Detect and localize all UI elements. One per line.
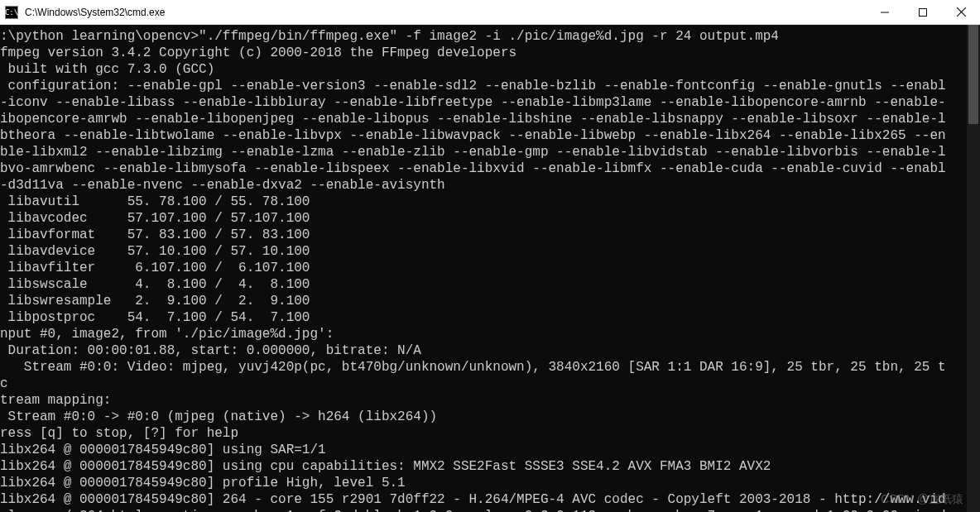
terminal-line: libavdevice 57. 10.100 / 57. 10.100 [0, 243, 967, 260]
terminal-line: libavformat 57. 83.100 / 57. 83.100 [0, 227, 967, 243]
vertical-scrollbar[interactable] [967, 25, 980, 512]
terminal-line: olan.org/x264.html - options: cabac=1 re… [0, 508, 967, 512]
minimize-button[interactable] [866, 0, 904, 24]
terminal-line: bvo-amrwbenc --enable-libmysofa --enable… [0, 160, 967, 177]
maximize-icon [919, 8, 927, 17]
terminal-line: libavcodec 57.107.100 / 57.107.100 [0, 210, 967, 227]
terminal-line: libx264 @ 0000017845949c80] profile High… [0, 475, 967, 491]
terminal-line: ble-libxml2 --enable-libzimg --enable-lz… [0, 144, 967, 160]
window-title: C:\Windows\System32\cmd.exe [23, 7, 866, 18]
terminal-line: libpostproc 54. 7.100 / 54. 7.100 [0, 309, 967, 326]
terminal-line: libx264 @ 0000017845949c80] using cpu ca… [0, 458, 967, 475]
terminal-line: ress [q] to stop, [?] for help [0, 425, 967, 442]
close-button[interactable] [942, 0, 980, 24]
terminal-line: libavutil 55. 78.100 / 55. 78.100 [0, 194, 967, 210]
terminal-line: :\python learning\opencv>"./ffmpeg/bin/f… [0, 28, 967, 45]
terminal-line: nput #0, image2, from './pic/image%d.jpg… [0, 326, 967, 342]
scrollbar-thumb[interactable] [968, 25, 978, 124]
terminal-line: -d3d11va --enable-nvenc --enable-dxva2 -… [0, 177, 967, 194]
svg-rect-1 [920, 8, 927, 16]
close-icon [957, 7, 966, 17]
window-controls [866, 0, 980, 24]
terminal-line: btheora --enable-libtwolame --enable-lib… [0, 127, 967, 144]
terminal-line: libswresample 2. 9.100 / 2. 9.100 [0, 293, 967, 309]
terminal-line: built with gcc 7.3.0 (GCC) [0, 61, 967, 78]
terminal-line: ibopencore-amrwb --enable-libopenjpeg --… [0, 111, 967, 127]
terminal-line: fmpeg version 3.4.2 Copyright (c) 2000-2… [0, 45, 967, 61]
terminal-line: libavfilter 6.107.100 / 6.107.100 [0, 260, 967, 276]
cmd-window: C:\ C:\Windows\System32\cmd.exe :\python… [0, 0, 980, 512]
cmd-icon: C:\ [5, 6, 18, 19]
terminal-line: libswscale 4. 8.100 / 4. 8.100 [0, 276, 967, 293]
minimize-icon [881, 8, 889, 17]
terminal-line: -iconv --enable-libass --enable-libblura… [0, 94, 967, 111]
terminal-area[interactable]: :\python learning\opencv>"./ffmpeg/bin/f… [0, 25, 980, 512]
terminal-line: libx264 @ 0000017845949c80] using SAR=1/… [0, 442, 967, 458]
terminal-line: configuration: --enable-gpl --enable-ver… [0, 78, 967, 94]
terminal-content: :\python learning\opencv>"./ffmpeg/bin/f… [0, 28, 967, 512]
terminal-line: c [0, 376, 967, 392]
terminal-line: Stream #0:0 -> #0:0 (mjpeg (native) -> h… [0, 409, 967, 425]
maximize-button[interactable] [904, 0, 942, 24]
terminal-line: Stream #0:0: Video: mjpeg, yuvj420p(pc, … [0, 359, 967, 376]
terminal-line: libx264 @ 0000017845949c80] 264 - core 1… [0, 491, 967, 508]
terminal-line: tream mapping: [0, 392, 967, 409]
titlebar[interactable]: C:\ C:\Windows\System32\cmd.exe [0, 0, 980, 25]
terminal-line: Duration: 00:00:01.88, start: 0.000000, … [0, 342, 967, 359]
